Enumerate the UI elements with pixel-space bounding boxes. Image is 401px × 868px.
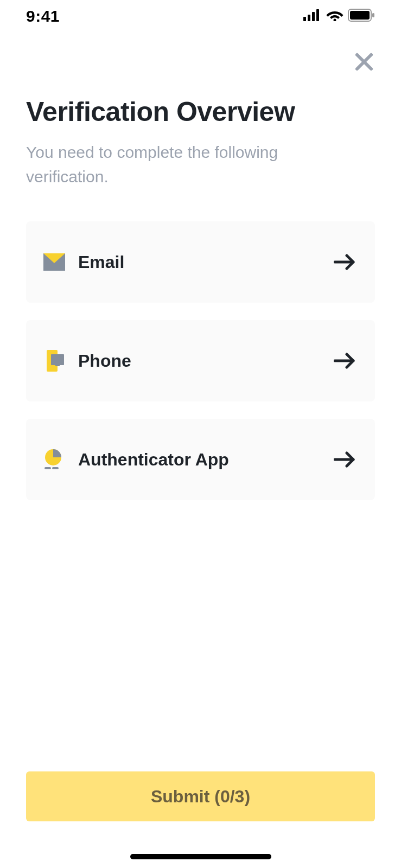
verification-item-label: Phone: [78, 351, 334, 371]
page-subtitle: You need to complete the following verif…: [26, 140, 352, 189]
arrow-right-icon: [334, 451, 355, 468]
page-title: Verification Overview: [26, 95, 375, 128]
authenticator-icon: [43, 449, 65, 470]
phone-icon: [43, 350, 65, 372]
svg-rect-3: [316, 9, 319, 21]
status-icons: [303, 9, 375, 24]
svg-rect-6: [350, 11, 370, 20]
home-indicator: [0, 854, 401, 868]
verification-item-phone[interactable]: Phone: [26, 320, 375, 401]
arrow-right-icon: [334, 254, 355, 270]
close-button[interactable]: [351, 49, 377, 75]
verification-list: Email Phone Authenticator App: [26, 221, 375, 500]
submit-button[interactable]: Submit (0/3): [26, 771, 375, 821]
verification-item-label: Email: [78, 252, 334, 272]
svg-rect-0: [303, 17, 306, 21]
svg-rect-7: [372, 13, 374, 17]
arrow-right-icon: [334, 353, 355, 369]
cellular-icon: [303, 9, 322, 23]
verification-item-label: Authenticator App: [78, 450, 334, 470]
svg-rect-1: [308, 15, 310, 21]
verification-item-authenticator[interactable]: Authenticator App: [26, 419, 375, 500]
battery-icon: [348, 9, 375, 24]
status-time: 9:41: [26, 7, 60, 25]
verification-item-email[interactable]: Email: [26, 221, 375, 303]
email-icon: [43, 251, 65, 273]
svg-rect-15: [55, 362, 60, 366]
close-icon: [354, 52, 374, 72]
status-bar: 9:41: [0, 0, 401, 33]
svg-point-4: [334, 19, 336, 22]
wifi-icon: [326, 9, 343, 23]
svg-rect-2: [312, 12, 315, 21]
